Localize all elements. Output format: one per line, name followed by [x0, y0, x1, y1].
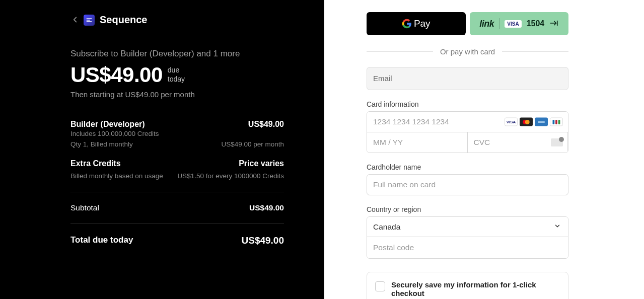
line-item-builder: Builder (Developer) US$49.00 Includes 10… — [70, 120, 284, 148]
svg-point-6 — [525, 120, 530, 124]
gpay-label: Pay — [414, 18, 431, 29]
svg-rect-9 — [553, 120, 555, 124]
mastercard-icon — [520, 118, 533, 126]
merchant-logo-icon — [84, 15, 95, 26]
recurring-note: Then starting at US$49.00 per month — [70, 90, 284, 99]
line-item-name: Extra Credits — [70, 159, 121, 168]
line-item-billing-note: Billed monthly based on usage — [70, 172, 163, 180]
jcb-icon — [550, 118, 563, 126]
line-item-recurring: US$49.00 per month — [221, 140, 284, 148]
link-card-last4: 1504 — [527, 19, 545, 28]
total-amount: US$49.00 — [241, 235, 284, 246]
line-item-name: Builder (Developer) — [70, 120, 145, 129]
email-field-wrapper[interactable]: Email — [367, 67, 568, 90]
cardholder-name-label: Cardholder name — [367, 163, 568, 171]
price-amount: US$49.00 — [70, 63, 163, 87]
merchant-brand: Sequence — [84, 14, 284, 26]
subtotal-label: Subtotal — [70, 203, 99, 212]
arrow-pass-icon — [549, 19, 558, 29]
line-item-extra-credits: Extra Credits Price varies Billed monthl… — [70, 159, 284, 180]
save-info-box: Securely save my information for 1-click… — [367, 272, 568, 299]
subtotal-amount: US$49.00 — [249, 203, 284, 212]
visa-badge: VISA — [505, 20, 521, 28]
line-item-credits: Includes 100,000,000 Credits — [70, 130, 284, 137]
card-expiry-input[interactable] — [367, 132, 468, 153]
svg-rect-11 — [558, 120, 560, 124]
country-select[interactable]: Canada — [367, 217, 568, 237]
cvc-card-icon — [551, 138, 563, 146]
svg-rect-8 — [538, 121, 545, 123]
visa-icon: VISA — [505, 118, 518, 126]
country-label: Country or region — [367, 205, 568, 213]
due-today-label: due today — [168, 63, 185, 84]
cardholder-name-input[interactable] — [367, 174, 568, 195]
card-input-group: VISA — [367, 111, 568, 153]
merchant-name: Sequence — [100, 14, 147, 26]
line-item-qty: Qty 1, Billed monthly — [70, 140, 133, 148]
card-info-label: Card information — [367, 100, 568, 108]
svg-rect-10 — [555, 120, 557, 124]
save-info-checkbox[interactable] — [375, 281, 385, 291]
total-row: Total due today US$49.00 — [70, 224, 284, 246]
amex-icon — [535, 118, 548, 126]
line-item-price: US$49.00 — [248, 120, 284, 129]
google-icon — [402, 19, 412, 29]
subscription-title: Subscribe to Builder (Developer) and 1 m… — [70, 49, 284, 59]
payment-form-panel: Pay link VISA 1504 Or pay with card Emai… — [324, 0, 644, 299]
link-logo: link — [479, 19, 494, 29]
google-pay-button[interactable]: Pay — [367, 12, 466, 35]
line-item-rate: US$1.50 for every 1000000 Credits — [177, 172, 284, 180]
card-brand-icons: VISA — [505, 118, 563, 126]
save-info-title: Securely save my information for 1-click… — [391, 280, 560, 297]
separator — [499, 18, 499, 29]
link-pay-button[interactable]: link VISA 1504 — [470, 12, 569, 35]
or-pay-with-card: Or pay with card — [367, 47, 568, 56]
order-summary-panel: Sequence Subscribe to Builder (Developer… — [0, 0, 324, 299]
line-item-price: Price varies — [239, 159, 284, 168]
email-label: Email — [373, 74, 392, 83]
postal-code-input[interactable] — [367, 237, 568, 258]
back-arrow-icon[interactable] — [70, 15, 80, 26]
total-label: Total due today — [70, 235, 133, 246]
subtotal-row: Subtotal US$49.00 — [70, 192, 284, 223]
